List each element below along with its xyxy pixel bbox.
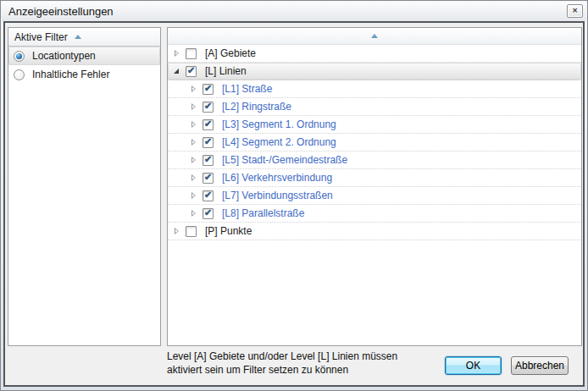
- checkbox-unchecked[interactable]: ✔: [186, 48, 197, 59]
- tree-item-label: [L3] Segment 1. Ordnung: [222, 118, 336, 130]
- tree-row-l3-segment-1-ordnung[interactable]: ✔ [L3] Segment 1. Ordnung: [168, 116, 581, 134]
- tree-item-label: [L6] Verkehrsverbindung: [222, 172, 332, 184]
- expand-arrow-icon[interactable]: [190, 85, 198, 93]
- close-icon: ✕: [572, 8, 578, 14]
- dialog-anzeigeeinstellungen: Anzeigeeinstellungen ✕ Aktive Filter Loc…: [0, 0, 588, 391]
- location-type-tree-panel: ✔ [A] Gebiete ✔ [L] Linien ✔ [L1] Straße…: [167, 27, 582, 346]
- dialog-body: Aktive Filter Locationtypen Inhaltliche …: [3, 21, 585, 387]
- expand-arrow-icon[interactable]: [190, 120, 198, 129]
- tree-row-l1-strasse[interactable]: ✔ [L1] Straße: [168, 80, 581, 98]
- checkbox-unchecked[interactable]: ✔: [186, 226, 197, 237]
- window-title: Anzeigeeinstellungen: [8, 5, 114, 18]
- hint-line-2: aktiviert sein um Filter setzen zu könne…: [167, 363, 447, 377]
- active-filter-header[interactable]: Aktive Filter: [8, 28, 160, 47]
- tree-item-label: [L1] Straße: [222, 83, 272, 95]
- cancel-button[interactable]: Abbrechen: [511, 356, 569, 375]
- tree-item-label: [A] Gebiete: [205, 47, 256, 59]
- expand-arrow-icon[interactable]: [173, 49, 181, 58]
- expand-arrow-icon[interactable]: [190, 173, 198, 182]
- title-bar[interactable]: Anzeigeeinstellungen: [2, 2, 586, 21]
- checkbox-checked[interactable]: ✔: [202, 190, 214, 201]
- footer-hint-text: Level [A] Gebiete und/oder Level [L] Lin…: [167, 350, 447, 377]
- expand-arrow-icon[interactable]: [190, 138, 198, 146]
- tree-row-l2-ringstrasse[interactable]: ✔ [L2] Ringstraße: [168, 98, 581, 116]
- sort-ascending-icon: [371, 34, 378, 38]
- ok-button[interactable]: OK: [445, 356, 502, 375]
- tree-column-header[interactable]: [168, 28, 581, 45]
- tree-item-label: [L8] Parallelstraße: [222, 207, 304, 219]
- active-filter-header-label: Aktive Filter: [14, 31, 68, 43]
- active-filter-panel: Aktive Filter Locationtypen Inhaltliche …: [8, 27, 161, 346]
- sort-ascending-icon: [75, 35, 81, 39]
- tree-item-label: [L2] Ringstraße: [222, 101, 291, 113]
- expand-arrow-icon[interactable]: [190, 191, 198, 200]
- tree-item-label: [P] Punkte: [205, 225, 252, 237]
- filter-option-locationtypen[interactable]: Locationtypen: [8, 47, 160, 65]
- ok-button-label: OK: [466, 360, 480, 372]
- checkbox-checked[interactable]: ✔: [202, 137, 214, 148]
- checkbox-checked[interactable]: ✔: [202, 102, 214, 113]
- tree-row-l-linien[interactable]: ✔ [L] Linien: [168, 63, 581, 80]
- checkbox-checked[interactable]: ✔: [202, 119, 214, 130]
- checkbox-checked[interactable]: ✔: [202, 173, 214, 184]
- filter-option-label: Inhaltliche Fehler: [32, 69, 109, 80]
- tree-item-label: [L4] Segment 2. Ordnung: [222, 136, 336, 148]
- tree-row-p-punkte[interactable]: ✔ [P] Punkte: [168, 223, 581, 240]
- tree-row-l8-parallelstrasse[interactable]: ✔ [L8] Parallelstraße: [168, 205, 581, 223]
- radio-selected-icon[interactable]: [14, 51, 25, 62]
- tree-row-l6-verkehrsverbindung[interactable]: ✔ [L6] Verkehrsverbindung: [168, 169, 581, 187]
- tree-item-label: [L5] Stadt-/Gemeindestraße: [222, 154, 347, 166]
- checkbox-checked[interactable]: ✔: [202, 208, 214, 219]
- tree-item-label: [L7] Verbindungsstraßen: [222, 190, 333, 201]
- tree-row-l7-verbindungsstrassen[interactable]: ✔ [L7] Verbindungsstraßen: [168, 187, 581, 205]
- collapse-arrow-icon[interactable]: [173, 67, 181, 75]
- checkbox-checked[interactable]: ✔: [202, 155, 214, 166]
- tree-item-label: [L] Linien: [205, 65, 247, 77]
- tree-row-a-gebiete[interactable]: ✔ [A] Gebiete: [168, 45, 581, 63]
- close-button[interactable]: ✕: [567, 4, 583, 18]
- cancel-button-label: Abbrechen: [515, 360, 564, 372]
- filter-option-inhaltliche-fehler[interactable]: Inhaltliche Fehler: [8, 65, 160, 84]
- expand-arrow-icon[interactable]: [190, 102, 198, 111]
- tree-row-l5-stadt-gemeindestrasse[interactable]: ✔ [L5] Stadt-/Gemeindestraße: [168, 151, 581, 169]
- expand-arrow-icon[interactable]: [190, 209, 198, 218]
- hint-line-1: Level [A] Gebiete und/oder Level [L] Lin…: [167, 350, 447, 363]
- radio-unselected-icon[interactable]: [14, 69, 25, 80]
- checkbox-checked[interactable]: ✔: [202, 84, 214, 95]
- expand-arrow-icon[interactable]: [190, 156, 198, 164]
- checkbox-checked[interactable]: ✔: [186, 66, 197, 77]
- filter-option-label: Locationtypen: [32, 50, 96, 62]
- expand-arrow-icon[interactable]: [173, 227, 181, 235]
- tree-row-l4-segment-2-ordnung[interactable]: ✔ [L4] Segment 2. Ordnung: [168, 134, 581, 151]
